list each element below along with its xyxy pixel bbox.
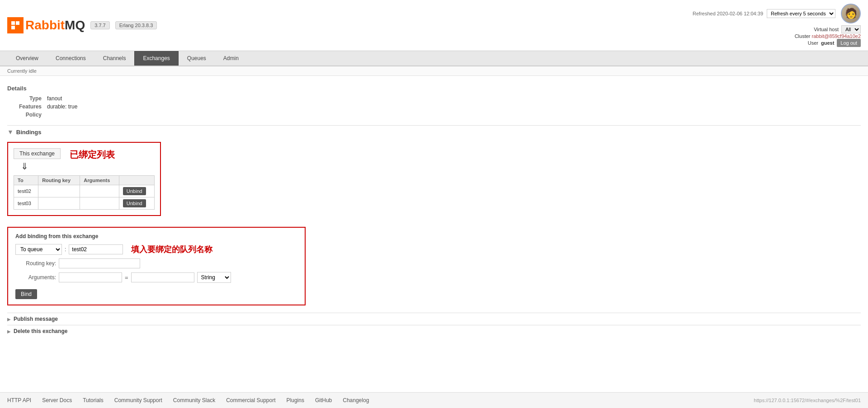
main-content: Details Type fanout Features durable: tr… bbox=[0, 76, 868, 392]
bindings-col-arguments: Arguments bbox=[80, 176, 119, 185]
nav-connections[interactable]: Connections bbox=[47, 51, 94, 66]
details-table: Type fanout Features durable: true Polic… bbox=[11, 95, 861, 118]
footer-changelog[interactable]: Changelog bbox=[343, 397, 369, 403]
footer-url: https://127.0.0.1:15672/#/exchanges/%2F/… bbox=[754, 398, 861, 403]
bindings-table: To Routing key Arguments test02 Unbind t… bbox=[14, 175, 155, 210]
table-row: test02 Unbind bbox=[14, 185, 155, 197]
bindings-col-action bbox=[119, 176, 154, 185]
to-queue-row: To queue To exchange : 填入要绑定的队列名称 bbox=[15, 244, 297, 255]
nav-queues[interactable]: Queues bbox=[179, 51, 215, 66]
binding-args-test02 bbox=[80, 185, 119, 197]
erlang-badge: Erlang 20.3.8.3 bbox=[115, 21, 157, 29]
nav-channels[interactable]: Channels bbox=[94, 51, 135, 66]
routing-key-row: Routing key: bbox=[15, 258, 297, 268]
logo-text: RabbitMQ bbox=[25, 18, 85, 33]
binding-routing-test03 bbox=[38, 197, 80, 210]
details-title: Details bbox=[7, 85, 861, 92]
unbind-button-test03[interactable]: Unbind bbox=[123, 199, 146, 207]
bind-button[interactable]: Bind bbox=[15, 289, 37, 299]
refresh-area: Refreshed 2020-02-06 12:04:39 Refresh ev… bbox=[693, 9, 835, 18]
bindings-top-row: This exchange 已绑定列表 bbox=[14, 148, 155, 161]
bindings-annotation: 已绑定列表 bbox=[70, 149, 115, 161]
details-features-row: Features durable: true bbox=[11, 103, 861, 110]
logo-icon bbox=[7, 17, 24, 33]
footer-community-support[interactable]: Community Support bbox=[114, 397, 162, 403]
arguments-value-input[interactable] bbox=[131, 272, 194, 282]
cluster-area: Cluster rabbit@859cf94a10e2 bbox=[795, 33, 861, 39]
binding-unbind-cell-test03: Unbind bbox=[119, 197, 154, 210]
status-bar: Currently idle bbox=[0, 66, 868, 76]
refreshed-text: Refreshed 2020-02-06 12:04:39 bbox=[693, 11, 763, 16]
equals-sign: = bbox=[125, 274, 128, 281]
bindings-table-header-row: To Routing key Arguments bbox=[14, 176, 155, 185]
routing-key-input[interactable] bbox=[59, 258, 140, 268]
to-colon: : bbox=[65, 246, 66, 253]
logo: RabbitMQ bbox=[7, 17, 85, 33]
footer-github[interactable]: GitHub bbox=[315, 397, 332, 403]
svg-rect-2 bbox=[11, 26, 15, 29]
binding-to-test03: test03 bbox=[14, 197, 38, 210]
details-type-row: Type fanout bbox=[11, 95, 861, 102]
details-type-label: Type bbox=[11, 95, 47, 102]
user-label: User bbox=[808, 40, 818, 46]
svg-rect-1 bbox=[16, 21, 19, 25]
arguments-row: Arguments: = String Number Boolean bbox=[15, 272, 297, 283]
nav-admin[interactable]: Admin bbox=[215, 51, 247, 66]
add-binding-box: Add binding from this exchange To queue … bbox=[7, 227, 306, 305]
footer-commercial-support[interactable]: Commercial Support bbox=[226, 397, 275, 403]
nav-overview[interactable]: Overview bbox=[7, 51, 47, 66]
user-area: User guest Log out bbox=[808, 39, 861, 47]
type-select[interactable]: String Number Boolean bbox=[197, 272, 231, 283]
version-badge: 3.7.7 bbox=[90, 21, 109, 29]
routing-key-label: Routing key: bbox=[15, 260, 56, 267]
arguments-label: Arguments: bbox=[15, 274, 56, 281]
footer-server-docs[interactable]: Server Docs bbox=[42, 397, 72, 403]
binding-routing-test02 bbox=[38, 185, 80, 197]
footer-tutorials[interactable]: Tutorials bbox=[83, 397, 104, 403]
publish-message-section[interactable]: ▶ Publish message bbox=[7, 313, 861, 325]
vhost-label: Virtual host bbox=[814, 27, 839, 32]
unbind-button-test02[interactable]: Unbind bbox=[123, 187, 146, 195]
delete-exchange-section[interactable]: ▶ Delete this exchange bbox=[7, 325, 861, 337]
binding-unbind-cell-test02: Unbind bbox=[119, 185, 154, 197]
footer: HTTP API Server Docs Tutorials Community… bbox=[0, 392, 868, 408]
details-features-value: durable: true bbox=[47, 103, 77, 110]
nav-exchanges[interactable]: Exchanges bbox=[134, 51, 178, 66]
delete-exchange-title: Delete this exchange bbox=[14, 328, 67, 334]
details-features-label: Features bbox=[11, 103, 47, 110]
header: RabbitMQ 3.7.7 Erlang 20.3.8.3 Refreshed… bbox=[0, 0, 868, 51]
cluster-link[interactable]: rabbit@859cf94a10e2 bbox=[812, 33, 861, 39]
footer-plugins[interactable]: Plugins bbox=[287, 397, 304, 403]
binding-to-test02: test02 bbox=[14, 185, 38, 197]
refresh-select[interactable]: Refresh every 5 seconds bbox=[767, 9, 835, 18]
user-value: guest bbox=[821, 40, 834, 46]
logout-button[interactable]: Log out bbox=[837, 39, 861, 47]
add-binding-title: Add binding from this exchange bbox=[15, 233, 297, 239]
vhost-area: Virtual host All bbox=[814, 25, 861, 33]
details-type-value: fanout bbox=[47, 95, 62, 102]
delete-exchange-arrow-icon: ▶ bbox=[7, 329, 11, 334]
bindings-col-routing: Routing key bbox=[38, 176, 80, 185]
logo-area: RabbitMQ 3.7.7 Erlang 20.3.8.3 bbox=[7, 17, 157, 33]
queue-name-input[interactable] bbox=[69, 244, 123, 254]
details-policy-label: Policy bbox=[11, 112, 47, 118]
avatar: 🧑 bbox=[841, 4, 861, 23]
svg-rect-0 bbox=[11, 21, 15, 25]
vhost-select[interactable]: All bbox=[841, 25, 861, 33]
nav: Overview Connections Channels Exchanges … bbox=[0, 51, 868, 66]
to-queue-select[interactable]: To queue To exchange bbox=[15, 244, 62, 255]
arguments-key-input[interactable] bbox=[59, 272, 122, 282]
queue-annotation: 填入要绑定的队列名称 bbox=[131, 244, 212, 255]
bindings-col-to: To bbox=[14, 176, 38, 185]
bindings-section-title: Bindings bbox=[16, 129, 42, 136]
details-policy-row: Policy bbox=[11, 112, 861, 118]
status-text: Currently idle bbox=[7, 68, 37, 74]
footer-community-slack[interactable]: Community Slack bbox=[173, 397, 215, 403]
cluster-label: Cluster bbox=[795, 33, 811, 39]
footer-http-api[interactable]: HTTP API bbox=[7, 397, 31, 403]
bindings-arrow-icon: ▼ bbox=[7, 128, 14, 136]
bindings-section-header[interactable]: ▼ Bindings bbox=[7, 125, 861, 138]
this-exchange-label: This exchange bbox=[14, 148, 61, 159]
publish-message-title: Publish message bbox=[14, 316, 58, 322]
binding-args-test03 bbox=[80, 197, 119, 210]
